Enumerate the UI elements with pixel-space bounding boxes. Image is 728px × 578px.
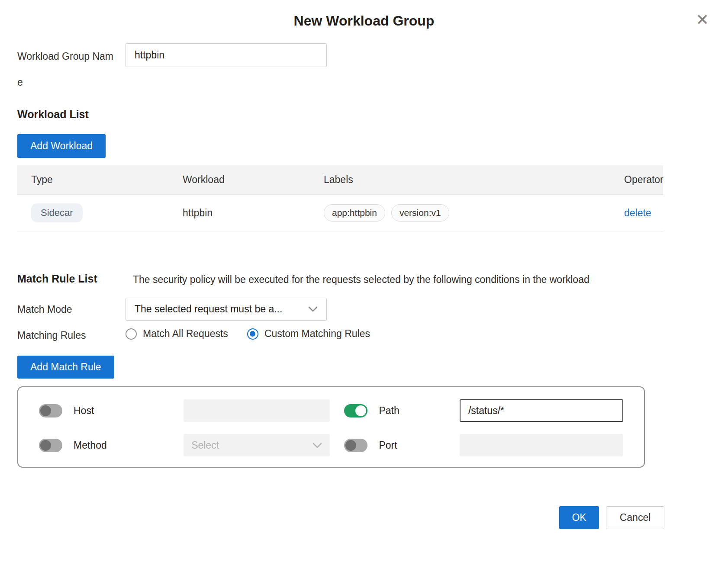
path-toggle-group: Path: [344, 404, 460, 417]
type-badge: Sidecar: [31, 203, 83, 222]
close-icon[interactable]: ✕: [696, 12, 709, 28]
matching-rules-options: Match All Requests Custom Matching Rules: [126, 328, 370, 340]
path-input[interactable]: [460, 399, 623, 422]
port-label: Port: [379, 440, 397, 451]
workload-group-name-input[interactable]: [126, 43, 327, 67]
column-header-type: Type: [17, 174, 169, 186]
add-match-rule-button[interactable]: Add Match Rule: [17, 356, 114, 379]
ok-button[interactable]: OK: [559, 506, 599, 529]
match-rule-description: The security policy will be executed for…: [133, 274, 589, 286]
workload-group-name-label: Workload Group Name: [17, 43, 115, 95]
column-header-operator: Operator: [610, 174, 664, 186]
match-rule-list-heading: Match Rule List: [17, 273, 97, 285]
workload-list-heading: Workload List: [17, 108, 89, 121]
column-header-workload: Workload: [169, 174, 310, 186]
match-mode-select[interactable]: The selected request must be a...: [126, 298, 327, 321]
column-header-labels: Labels: [310, 174, 610, 186]
labels-cell: app:httpbin version:v1: [310, 204, 610, 222]
dialog-title: New Workload Group: [0, 13, 728, 29]
table-row: Sidecar httpbin app:httpbin version:v1 d…: [17, 195, 663, 231]
host-toggle[interactable]: [39, 404, 62, 417]
matching-rules-label: Matching Rules: [17, 330, 86, 341]
chevron-down-icon: [308, 306, 318, 312]
new-workload-group-dialog: New Workload Group ✕ Workload Group Name…: [0, 0, 728, 578]
rule-row-host-path: Host Path: [39, 399, 623, 422]
workload-cell: httpbin: [169, 207, 310, 219]
method-select[interactable]: Select: [184, 434, 330, 456]
path-label: Path: [379, 405, 399, 417]
match-mode-label: Match Mode: [17, 304, 72, 315]
method-toggle[interactable]: [39, 439, 62, 452]
radio-unselected-icon[interactable]: [126, 328, 137, 340]
match-rule-card: Host Path Method Select Port: [17, 386, 645, 468]
footer-actions: OK Cancel: [559, 506, 664, 529]
port-toggle[interactable]: [344, 439, 367, 452]
host-label: Host: [74, 405, 94, 417]
radio-custom-matching-rules[interactable]: Custom Matching Rules: [247, 328, 370, 340]
port-input[interactable]: [460, 434, 623, 456]
radio-selected-icon[interactable]: [247, 328, 258, 340]
port-toggle-group: Port: [344, 439, 460, 452]
host-input[interactable]: [184, 399, 330, 422]
radio-label: Match All Requests: [143, 328, 228, 340]
label-tag: app:httpbin: [324, 204, 385, 222]
cancel-button[interactable]: Cancel: [606, 506, 664, 529]
method-toggle-group: Method: [39, 439, 184, 452]
delete-link[interactable]: delete: [624, 207, 651, 218]
label-tag: version:v1: [391, 204, 449, 222]
chevron-down-icon: [312, 443, 322, 448]
workload-table: Type Workload Labels Operator Sidecar ht…: [17, 165, 663, 231]
radio-match-all-requests[interactable]: Match All Requests: [126, 328, 228, 340]
path-toggle[interactable]: [344, 404, 367, 417]
host-toggle-group: Host: [39, 404, 184, 417]
match-mode-selected-value: The selected request must be a...: [135, 303, 282, 315]
rule-row-method-port: Method Select Port: [39, 434, 623, 456]
workload-table-header: Type Workload Labels Operator: [17, 165, 663, 195]
radio-label: Custom Matching Rules: [264, 328, 370, 340]
add-workload-button[interactable]: Add Workload: [17, 134, 106, 158]
method-label: Method: [74, 440, 107, 451]
method-select-placeholder: Select: [191, 440, 219, 451]
